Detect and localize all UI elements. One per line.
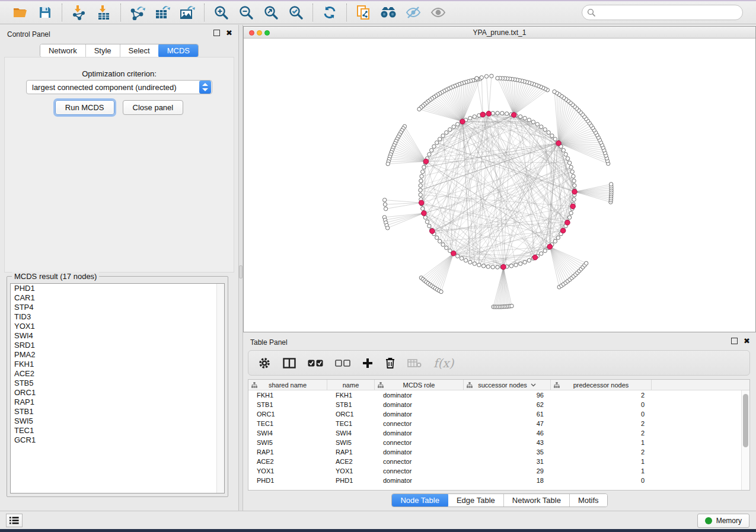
splitter-handle[interactable] xyxy=(239,265,243,278)
table-cell[interactable]: 2 xyxy=(551,392,652,399)
table-cell[interactable]: ORC1 xyxy=(248,411,327,418)
mcds-result-item[interactable]: SRD1 xyxy=(11,341,224,350)
table-cell[interactable]: STB1 xyxy=(327,401,375,408)
column-header-shared-name[interactable]: shared name xyxy=(248,380,327,390)
table-tab-edge-table[interactable]: Edge Table xyxy=(448,494,504,507)
show-all-icon[interactable] xyxy=(429,4,448,21)
columns-icon[interactable] xyxy=(283,355,296,371)
table-cell[interactable]: dominator xyxy=(375,392,464,399)
table-cell[interactable]: 29 xyxy=(464,467,551,475)
memory-button[interactable]: Memory xyxy=(697,514,749,528)
table-row[interactable]: STB1STB1dominator620 xyxy=(248,400,741,409)
table-cell[interactable]: RAP1 xyxy=(248,448,327,456)
table-cell[interactable]: dominator xyxy=(375,477,464,484)
table-cell[interactable]: 61 xyxy=(464,411,551,418)
table-row[interactable]: FKH1FKH1dominator962 xyxy=(248,390,741,400)
table-cell[interactable]: connector xyxy=(375,458,464,465)
table-cell[interactable]: 1 xyxy=(551,439,652,446)
table-cell[interactable]: connector xyxy=(375,420,464,427)
table-cell[interactable]: 62 xyxy=(464,401,551,408)
mcds-list-scrollbar[interactable] xyxy=(216,284,224,493)
table-cell[interactable]: TEC1 xyxy=(327,420,375,427)
import-network-icon[interactable] xyxy=(69,4,88,21)
table-cell[interactable]: connector xyxy=(375,467,464,475)
table-cell[interactable]: 35 xyxy=(464,448,551,456)
column-header-successor-nodes[interactable]: successor nodes xyxy=(464,380,551,390)
table-cell[interactable]: 1 xyxy=(551,467,652,475)
table-cell[interactable]: PHD1 xyxy=(248,477,327,484)
table-cell[interactable]: 1 xyxy=(551,458,652,465)
mcds-result-item[interactable]: PHD1 xyxy=(11,284,224,293)
table-cell[interactable]: SWI5 xyxy=(327,439,375,446)
table-cell[interactable]: ACE2 xyxy=(327,458,375,465)
column-header-predecessor-nodes[interactable]: predecessor nodes xyxy=(551,380,652,390)
mcds-result-item[interactable]: TEC1 xyxy=(11,426,224,435)
table-cell[interactable]: YOX1 xyxy=(248,467,327,475)
table-row[interactable]: SWI5SWI5connector431 xyxy=(248,438,741,447)
mcds-result-item[interactable]: SWI4 xyxy=(11,331,224,341)
criterion-dropdown[interactable]: largest connected component (undirected) xyxy=(26,80,212,94)
float-panel-icon[interactable] xyxy=(731,338,738,344)
zoom-in-icon[interactable] xyxy=(212,4,231,21)
table-cell[interactable]: RAP1 xyxy=(327,448,375,456)
table-tab-node-table[interactable]: Node Table xyxy=(391,493,449,507)
mcds-result-item[interactable]: TID3 xyxy=(11,312,224,322)
table-cell[interactable]: dominator xyxy=(375,448,464,456)
table-cell[interactable]: dominator xyxy=(375,430,464,437)
table-cell[interactable]: STB1 xyxy=(248,401,327,408)
network-window-titlebar[interactable]: YPA_prune.txt_1 xyxy=(244,27,755,39)
table-cell[interactable]: 2 xyxy=(551,420,652,427)
mcds-result-item[interactable]: STB1 xyxy=(11,407,224,416)
table-cell[interactable]: 18 xyxy=(464,477,551,484)
zoom-out-icon[interactable] xyxy=(237,4,256,21)
close-panel-icon[interactable]: ✖ xyxy=(226,30,232,36)
export-table-icon[interactable] xyxy=(153,4,172,21)
vertical-splitter[interactable] xyxy=(238,25,243,511)
table-cell[interactable]: FKH1 xyxy=(327,392,375,399)
add-column-icon[interactable] xyxy=(362,355,373,371)
duplicate-network-icon[interactable] xyxy=(354,4,373,21)
control-tab-network[interactable]: Network xyxy=(40,44,86,57)
mcds-result-item[interactable]: SWI5 xyxy=(11,416,224,426)
table-row[interactable]: TEC1TEC1connector472 xyxy=(248,419,741,428)
find-icon[interactable] xyxy=(379,4,398,21)
deselect-all-checkboxes-icon[interactable] xyxy=(335,355,350,371)
network-canvas[interactable] xyxy=(244,39,755,332)
table-cell[interactable]: 2 xyxy=(551,448,652,456)
mcds-result-item[interactable]: STP4 xyxy=(11,303,224,312)
open-file-icon[interactable] xyxy=(11,4,30,21)
table-cell[interactable]: connector xyxy=(375,439,464,446)
table-cell[interactable]: YOX1 xyxy=(327,467,375,475)
control-tab-select[interactable]: Select xyxy=(120,44,159,57)
select-all-checkboxes-icon[interactable] xyxy=(308,355,323,371)
table-cell[interactable]: 43 xyxy=(464,439,551,446)
table-cell[interactable]: 46 xyxy=(464,430,551,437)
table-cell[interactable]: SWI4 xyxy=(327,430,375,437)
mcds-result-item[interactable]: FKH1 xyxy=(11,360,224,369)
export-image-icon[interactable] xyxy=(178,4,197,21)
control-tab-mcds[interactable]: MCDS xyxy=(158,44,199,57)
mcds-result-item[interactable]: STB5 xyxy=(11,379,224,388)
hide-selected-icon[interactable] xyxy=(404,4,423,21)
mcds-result-list[interactable]: PHD1CAR1STP4TID3YOX1SWI4SRD1PMA2FKH1ACE2… xyxy=(10,283,225,493)
mcds-result-item[interactable]: CAR1 xyxy=(11,293,224,303)
save-icon[interactable] xyxy=(36,4,55,21)
search-input[interactable] xyxy=(582,5,743,20)
table-cell[interactable]: SWI4 xyxy=(248,430,327,437)
table-cell[interactable]: dominator xyxy=(375,401,464,408)
mcds-result-item[interactable]: ACE2 xyxy=(11,369,224,379)
float-panel-icon[interactable] xyxy=(213,30,220,36)
table-cell[interactable]: 0 xyxy=(551,411,652,418)
table-tab-motifs[interactable]: Motifs xyxy=(570,494,607,507)
mcds-result-item[interactable]: GCR1 xyxy=(11,435,224,445)
table-tab-network-table[interactable]: Network Table xyxy=(504,494,570,507)
mcds-result-item[interactable]: ORC1 xyxy=(11,388,224,398)
column-header-name[interactable]: name xyxy=(327,380,375,390)
mcds-result-item[interactable]: PMA2 xyxy=(11,350,224,360)
zoom-fit-icon[interactable] xyxy=(261,4,280,21)
task-history-button[interactable] xyxy=(6,514,23,527)
table-scrollbar-thumb[interactable] xyxy=(743,394,748,447)
table-scrollbar[interactable] xyxy=(741,390,749,490)
run-mcds-button[interactable]: Run MCDS xyxy=(55,100,114,115)
mcds-result-item[interactable]: YOX1 xyxy=(11,322,224,331)
